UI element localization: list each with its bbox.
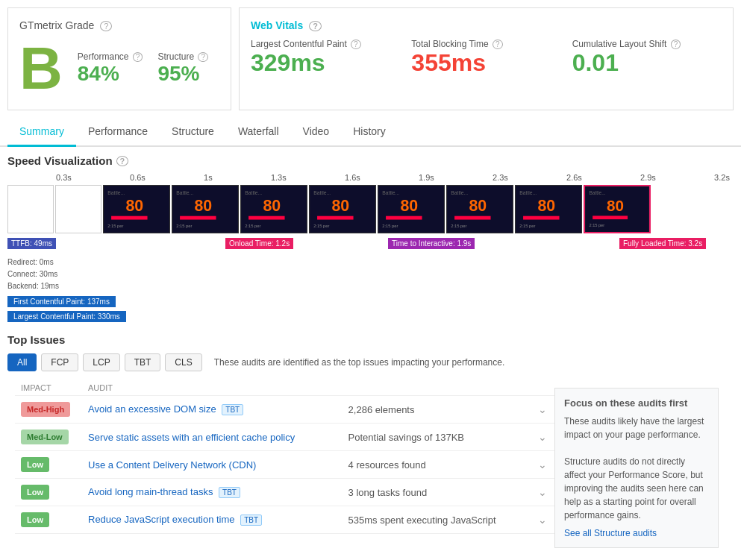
filter-fcp-btn[interactable]: FCP (41, 353, 78, 371)
ruler-tick-9: 2.9s (640, 173, 656, 182)
tab-summary[interactable]: Summary (7, 118, 76, 147)
impact-cell-4: Low (15, 479, 82, 506)
top-issues-title: Top Issues (7, 333, 734, 346)
onload-marker: Onload Time: 1.2s (225, 238, 293, 249)
timeline-ruler: 0.3s 0.6s 1s 1.3s 1.6s 1.9s 2.3s 2.6s 2.… (7, 173, 734, 182)
tab-waterfall[interactable]: Waterfall (226, 118, 291, 147)
svg-rect-13 (248, 216, 284, 220)
gtmetrix-title-text: GTmetrix Grade (19, 19, 94, 31)
structure-help-icon[interactable]: ? (198, 52, 208, 62)
issues-wrapper: IMPACT AUDIT Med-High Avoid an excessive… (7, 380, 734, 548)
filmstrip-frame-7: Battle... 80 2:15 per (515, 185, 582, 233)
filmstrip-frame-8: Battle... 80 2:15 per (584, 185, 651, 233)
filter-note: These audits are identified as the top i… (214, 357, 505, 368)
focus-box-title: Focus on these audits first (564, 397, 709, 409)
tabs-section: Summary Performance Structure Waterfall … (0, 118, 741, 147)
top-section: GTmetrix Grade ? B Performance ? 84% Str… (0, 0, 741, 118)
expand-cell-5[interactable]: ⌄ (532, 506, 554, 534)
speed-viz-help-icon[interactable]: ? (116, 156, 129, 166)
impact-cell-5: Low (15, 506, 82, 534)
performance-label: Performance ? (78, 51, 143, 62)
svg-text:2:15 per: 2:15 per (519, 224, 535, 228)
svg-text:2:15 per: 2:15 per (313, 224, 329, 228)
ttfb-backend: Backend: 19ms (7, 282, 59, 290)
filter-lcp-btn[interactable]: LCP (83, 353, 119, 371)
expand-cell-3[interactable]: ⌄ (532, 451, 554, 479)
expand-cell-1[interactable]: ⌄ (532, 396, 554, 424)
col-audit: AUDIT (82, 380, 343, 396)
expand-cell-2[interactable]: ⌄ (532, 424, 554, 451)
svg-rect-38 (593, 215, 628, 219)
cls-help-icon[interactable]: ? (671, 40, 681, 49)
audit-link-3[interactable]: Use a Content Delivery Network (CDN) (88, 459, 256, 471)
web-vitals-title: Web Vitals ? (251, 19, 722, 31)
svg-text:Battle...: Battle... (382, 190, 399, 195)
timing-details: Redirect: 0ms Connect: 30ms Backend: 19m… (7, 257, 734, 322)
tbt-help-icon[interactable]: ? (493, 40, 503, 49)
ttfb-connect: Connect: 30ms (7, 270, 57, 278)
web-vitals-title-text: Web Vitals (251, 19, 303, 31)
grade-letter: B (19, 39, 63, 98)
audit-link-5[interactable]: Reduce JavaScript execution time (88, 514, 235, 525)
table-row: Low Reduce JavaScript execution time TBT… (15, 506, 554, 534)
tab-performance[interactable]: Performance (76, 118, 160, 147)
gtmetrix-help-icon[interactable]: ? (100, 21, 112, 31)
fcp-bar: First Contentful Paint: 137ms (7, 296, 116, 307)
col-expand (532, 380, 554, 396)
audit-link-1[interactable]: Avoid an excessive DOM size (88, 403, 216, 415)
filter-all-btn[interactable]: All (7, 353, 37, 371)
filter-tbt-btn[interactable]: TBT (125, 353, 161, 371)
filter-cls-btn[interactable]: CLS (165, 353, 201, 371)
audit-link-2[interactable]: Serve static assets with an efficient ca… (88, 432, 295, 443)
tti-marker: Time to Interactive: 1.9s (388, 238, 475, 249)
col-detail (343, 380, 532, 396)
detail-cell-5: 535ms spent executing JavaScript (343, 506, 532, 534)
speed-viz-title: Speed Visualization ? (7, 154, 734, 167)
structure-label: Structure ? (157, 51, 208, 62)
svg-text:80: 80 (194, 197, 212, 215)
lcp-bar-row: Largest Contentful Paint: 330ms (7, 310, 734, 322)
svg-text:2:15 per: 2:15 per (245, 224, 260, 228)
frame-blank (7, 185, 54, 233)
ruler-tick-5: 1.6s (345, 173, 360, 182)
detail-cell-2: Potential savings of 137KB (343, 424, 532, 451)
expand-arrow-1[interactable]: ⌄ (538, 403, 547, 415)
vitals-metrics: Largest Contentful Paint ? 329ms Total B… (251, 39, 722, 77)
frame-blank-2 (55, 185, 101, 233)
lcp-bar: Largest Contentful Paint: 330ms (7, 311, 126, 322)
expand-arrow-2[interactable]: ⌄ (538, 431, 547, 443)
expand-arrow-5[interactable]: ⌄ (538, 514, 547, 526)
ttfb-redirect: Redirect: 0ms (7, 258, 54, 266)
focus-box-body: These audits likely have the largest imp… (564, 415, 709, 522)
audit-link-4[interactable]: Avoid long main-thread tasks (88, 486, 213, 497)
tbt-value: 355ms (411, 49, 560, 77)
filter-bar: All FCP LCP TBT CLS These audits are ide… (7, 353, 734, 371)
audit-cell-5: Reduce JavaScript execution time TBT (82, 506, 343, 534)
ruler-tick-10: 3.2s (714, 173, 730, 182)
tab-video[interactable]: Video (291, 118, 342, 147)
expand-arrow-3[interactable]: ⌄ (538, 459, 547, 471)
expand-cell-4[interactable]: ⌄ (532, 479, 554, 506)
ruler-tick-1: 0.3s (56, 173, 72, 182)
filmstrip-frame-5: Battle... 80 2:15 per (378, 185, 445, 233)
expand-arrow-4[interactable]: ⌄ (538, 486, 547, 498)
svg-text:Battle...: Battle... (313, 190, 331, 195)
impact-badge-5: Low (21, 512, 49, 527)
tab-history[interactable]: History (341, 118, 398, 147)
svg-text:80: 80 (125, 197, 143, 215)
performance-value: 84% (78, 62, 143, 86)
svg-text:80: 80 (400, 197, 418, 215)
audit-cell-2: Serve static assets with an efficient ca… (82, 424, 343, 451)
focus-box-link[interactable]: See all Structure audits (564, 528, 657, 538)
filmstrip-frame-2: Battle... 80 2:15 per (172, 185, 239, 233)
impact-cell-3: Low (15, 451, 82, 479)
tab-structure[interactable]: Structure (160, 118, 226, 147)
svg-rect-8 (180, 216, 216, 220)
performance-help-icon[interactable]: ? (133, 52, 143, 62)
svg-text:80: 80 (263, 197, 281, 215)
web-vitals-help-icon[interactable]: ? (309, 21, 322, 31)
lcp-help-icon[interactable]: ? (351, 40, 361, 49)
gtmetrix-grade-title: GTmetrix Grade ? (19, 19, 219, 31)
ttfb-marker: TTFB: 49ms (7, 238, 56, 249)
fcp-bar-row: First Contentful Paint: 137ms (7, 295, 734, 307)
